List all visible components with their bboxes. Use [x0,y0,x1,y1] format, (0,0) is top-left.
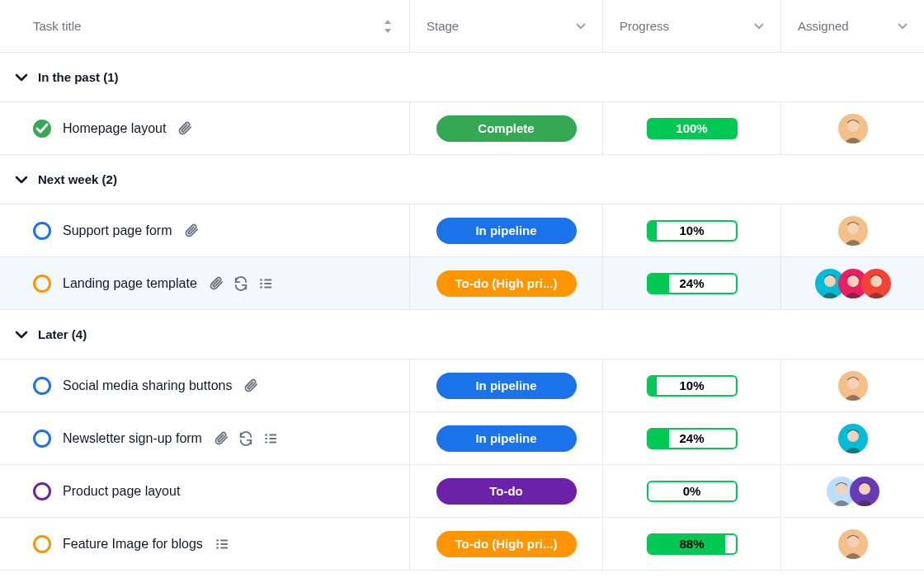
avatar-stack[interactable] [815,269,891,298]
progress-bar[interactable]: 10% [647,375,738,397]
dropdown-icon[interactable] [576,23,586,30]
group-header[interactable]: Next week (2) [0,155,924,204]
cell-title: Landing page template [0,257,409,309]
chevron-down-icon [13,171,30,188]
svg-point-5 [847,378,859,389]
progress-bar[interactable]: 100% [647,118,738,139]
cell-progress: 10% [602,204,780,256]
meta-icons [177,121,192,136]
progress-fill [648,377,658,395]
progress-text: 100% [676,121,707,135]
svg-point-3 [847,275,859,287]
group-header[interactable]: Later (4) [0,310,924,359]
avatar-stack[interactable] [838,216,868,246]
stage-pill[interactable]: In pipeline [436,373,577,399]
progress-bar[interactable]: 24% [647,273,738,294]
column-header-progress[interactable]: Progress [602,0,780,52]
task-title[interactable]: Newsletter sign-up form [63,431,202,446]
table-row[interactable]: Product page layoutTo-do0% [0,465,924,518]
subtasks-icon [214,537,229,552]
cell-stage: Complete [409,102,602,154]
table-row[interactable]: Feature Image for blogsTo-do (High pri..… [0,518,924,571]
progress-text: 10% [679,223,704,237]
avatar[interactable] [861,269,891,298]
task-title[interactable]: Landing page template [63,276,197,291]
stage-pill[interactable]: In pipeline [436,218,577,244]
dropdown-icon[interactable] [754,23,764,30]
attachment-icon [184,223,199,238]
dropdown-icon[interactable] [898,23,908,30]
cell-progress: 24% [602,412,780,464]
group-label: In the past (1) [38,70,119,84]
column-header-label: Progress [620,19,669,33]
cell-title: Support page form [0,204,409,256]
avatar[interactable] [850,477,879,506]
table-row[interactable]: Social media sharing buttonsIn pipeline1… [0,359,924,412]
progress-text: 10% [679,378,704,392]
progress-bar[interactable]: 24% [647,428,738,449]
status-circle[interactable] [33,377,51,395]
progress-bar[interactable]: 88% [647,533,738,555]
status-circle[interactable] [33,535,51,553]
status-circle[interactable] [33,222,51,240]
task-title[interactable]: Homepage layout [63,121,166,136]
task-title[interactable]: Feature Image for blogs [63,537,203,552]
progress-fill [648,222,658,240]
column-header-assigned[interactable]: Assigned [780,0,924,52]
table-row[interactable]: Support page formIn pipeline10% [0,204,924,257]
avatar-stack[interactable] [838,424,868,453]
meta-icons [184,223,199,238]
progress-bar[interactable]: 0% [647,481,738,502]
avatar-stack[interactable] [838,114,868,143]
table-row[interactable]: Homepage layoutComplete100% [0,102,924,155]
stage-pill[interactable]: Complete [436,115,577,142]
avatar-stack[interactable] [838,529,868,559]
status-circle[interactable] [33,120,51,138]
table-row[interactable]: Newsletter sign-up formIn pipeline24% [0,412,924,465]
svg-point-2 [824,275,836,287]
task-title[interactable]: Product page layout [63,484,180,499]
stage-pill[interactable]: To-do [436,478,577,505]
task-title[interactable]: Social media sharing buttons [63,378,232,393]
avatar[interactable] [838,529,868,559]
status-circle[interactable] [33,275,51,293]
progress-bar[interactable]: 10% [647,220,738,242]
status-circle[interactable] [33,482,51,500]
progress-text: 0% [683,484,701,498]
attachment-icon [209,276,224,291]
svg-point-9 [847,536,859,547]
group-header[interactable]: In the past (1) [0,53,924,102]
progress-text: 24% [679,431,704,445]
avatar[interactable] [838,371,868,401]
chevron-down-icon [13,69,30,86]
cell-progress: 0% [602,465,780,517]
sort-icon[interactable] [383,20,393,33]
avatar[interactable] [838,424,868,453]
stage-pill[interactable]: To-do (High pri...) [436,270,577,297]
recurring-icon [233,276,248,291]
task-title[interactable]: Support page form [63,223,172,238]
stage-pill[interactable]: In pipeline [436,425,577,452]
task-table: Task title Stage Progress Assigned In th… [0,0,924,571]
avatar[interactable] [838,114,868,143]
subtasks-icon [258,276,273,291]
avatar[interactable] [838,216,868,246]
group-label: Next week (2) [38,172,117,186]
column-header-label: Stage [427,19,459,33]
progress-text: 24% [679,276,704,290]
cell-stage: To-do (High pri...) [409,518,602,570]
column-header-stage[interactable]: Stage [409,0,602,52]
svg-point-7 [836,483,847,495]
stage-pill[interactable]: To-do (High pri...) [436,531,577,557]
avatar-stack[interactable] [838,371,868,401]
subtasks-icon [263,431,278,446]
svg-point-8 [859,483,870,495]
avatar-stack[interactable] [827,477,879,506]
column-header-title[interactable]: Task title [0,0,409,52]
svg-point-1 [847,223,859,234]
cell-stage: In pipeline [409,359,602,411]
table-row[interactable]: Landing page templateTo-do (High pri...)… [0,257,924,310]
status-circle[interactable] [33,430,51,448]
attachment-icon [214,431,229,446]
cell-stage: To-do [409,465,602,517]
